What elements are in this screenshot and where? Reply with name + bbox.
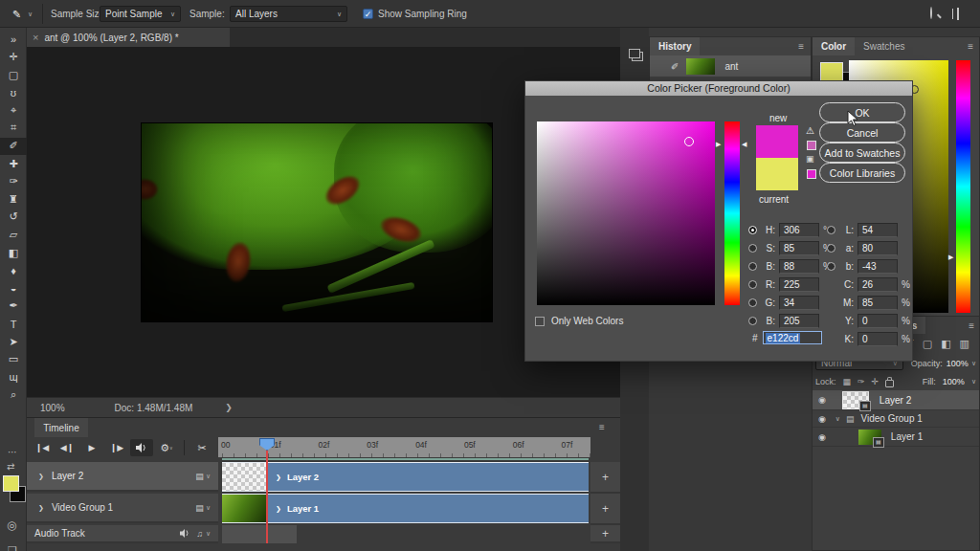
type-tool[interactable]: T — [0, 316, 27, 333]
collapse-toolbar[interactable]: » — [0, 31, 27, 48]
show-sampling-ring-checkbox[interactable]: ✓ — [363, 9, 373, 19]
timeline-settings-button[interactable]: ⚙∨ — [155, 439, 178, 456]
field-input[interactable]: 88 — [779, 259, 819, 274]
lock-move-icon[interactable]: ✛ — [872, 377, 880, 386]
chevron-down-icon[interactable]: ∨ — [206, 473, 211, 480]
layers-panel-menu-icon[interactable]: ≡ — [969, 320, 974, 331]
shape-tool[interactable]: ▭ — [0, 351, 27, 368]
field-input[interactable]: -43 — [858, 259, 898, 274]
chevron-down-icon[interactable]: ∨ — [971, 378, 976, 386]
field-radio[interactable] — [827, 244, 835, 253]
foreground-color-swatch[interactable] — [3, 475, 19, 492]
add-audio-button[interactable]: + — [590, 525, 620, 543]
zoom-level[interactable]: 100% — [40, 403, 65, 413]
layer-row-video-group1[interactable]: ◉ ∨ ▤ Video Group 1 — [813, 410, 979, 428]
quick-mask-icon[interactable]: ◎ — [7, 518, 16, 532]
search-icon[interactable] — [930, 7, 932, 19]
field-radio[interactable] — [748, 280, 757, 289]
eyedropper-tool[interactable]: ✐ — [0, 138, 27, 155]
timeline-tab[interactable]: Timeline — [34, 418, 88, 437]
timeline-panel-menu-icon[interactable]: ≡ — [599, 422, 605, 432]
field-radio[interactable] — [748, 262, 757, 271]
history-brush-icon[interactable]: ✐ — [671, 61, 679, 72]
track-header-video-group1[interactable]: ❯ Video Group 1 ▤ ∨ — [27, 494, 218, 523]
field-input[interactable]: 85 — [779, 241, 819, 255]
zoom-tool[interactable]: ⌕ — [0, 386, 27, 404]
color-field-marker[interactable] — [684, 137, 694, 146]
color-tab[interactable]: Color — [813, 37, 855, 55]
field-radio[interactable] — [748, 298, 757, 307]
eye-icon[interactable]: ◉ — [818, 432, 826, 442]
ok-button[interactable]: OK — [819, 102, 905, 122]
field-input[interactable]: 225 — [779, 277, 819, 292]
filter-shape-icon[interactable]: ▢ — [923, 338, 932, 350]
tool-preset-chevron-icon[interactable]: ∨ — [28, 11, 33, 18]
dodge-tool[interactable]: ◒ — [0, 279, 27, 297]
color-libraries-button[interactable]: Color Libraries — [819, 163, 905, 183]
field-input[interactable]: 34 — [779, 296, 819, 310]
web-color-swatch[interactable] — [807, 169, 816, 179]
gradient-tool[interactable]: ◧ — [0, 244, 27, 261]
eyedropper-tool-icon[interactable]: ✐ — [10, 10, 22, 18]
eye-icon[interactable]: ◉ — [818, 395, 826, 405]
opacity-value[interactable]: 100% — [947, 359, 969, 368]
track-header-layer2[interactable]: ❯ Layer 2 ▤ ∨ — [27, 462, 218, 492]
layer-thumbnail[interactable]: ▤ — [858, 430, 881, 445]
field-radio[interactable] — [827, 262, 835, 271]
field-radio[interactable] — [748, 226, 757, 234]
next-frame-button[interactable]: ❙▶ — [105, 439, 128, 456]
lock-all-icon[interactable] — [885, 380, 894, 387]
field-radio[interactable] — [748, 317, 757, 325]
chevron-down-icon[interactable]: ∨ — [206, 504, 211, 512]
field-input[interactable]: 205 — [779, 314, 819, 328]
film-icon[interactable]: ▤ — [195, 472, 204, 481]
chevron-right-icon[interactable]: ❯ — [276, 505, 281, 513]
saturation-brightness-field[interactable] — [537, 121, 715, 305]
go-to-first-frame-button[interactable]: ❙◀ — [31, 439, 54, 456]
swatches-tab[interactable]: Swatches — [855, 37, 913, 55]
collapse-panel-icon[interactable] — [629, 49, 640, 58]
add-media-button[interactable]: + — [590, 462, 620, 494]
dialog-title[interactable]: Color Picker (Foreground Color) — [525, 81, 912, 96]
chevron-down-icon[interactable]: ∨ — [835, 415, 840, 423]
film-icon[interactable]: ▤ — [195, 503, 204, 513]
track-header-audio[interactable]: Audio Track ♫ ∨ — [27, 525, 218, 543]
swap-colors-icon[interactable]: ⇄ — [7, 461, 14, 472]
chevron-right-icon[interactable]: ❯ — [38, 504, 44, 512]
chevron-right-icon[interactable]: ❯ — [38, 473, 44, 480]
add-media-button[interactable]: + — [590, 494, 620, 525]
quick-selection-tool[interactable]: ⌖ — [0, 101, 27, 119]
speaker-icon[interactable] — [180, 529, 190, 538]
chevron-down-icon[interactable]: ∨ — [971, 360, 976, 367]
split-clip-button[interactable]: ✂ — [190, 439, 213, 456]
path-selection-tool[interactable]: ➤ — [0, 333, 27, 350]
gamut-color-swatch[interactable] — [807, 141, 816, 150]
sample-dropdown[interactable]: All Layers ∨ — [230, 6, 347, 22]
chevron-down-icon[interactable]: ∨ — [206, 530, 211, 538]
field-input[interactable]: 0 — [858, 332, 898, 346]
eraser-tool[interactable]: ▱ — [0, 227, 27, 244]
history-item[interactable]: ✐ ant — [650, 55, 811, 77]
sample-size-dropdown[interactable]: Point Sample ∨ — [100, 6, 181, 22]
hue-slider-marker-left[interactable]: ▶ — [716, 141, 721, 148]
color-panel-menu-icon[interactable]: ≡ — [968, 41, 973, 52]
chevron-right-icon[interactable]: ❯ — [276, 474, 281, 481]
document-tab[interactable]: × ant @ 100% (Layer 2, RGB/8) * — [27, 28, 230, 47]
only-web-colors-checkbox[interactable] — [535, 317, 545, 326]
blur-tool[interactable]: ♦ — [0, 262, 27, 279]
field-input[interactable]: 54 — [858, 223, 898, 237]
fill-value[interactable]: 100% — [943, 377, 965, 386]
mute-audio-button[interactable] — [130, 439, 153, 456]
lock-paint-icon[interactable]: ✑ — [858, 377, 865, 386]
statusbar-chevron-icon[interactable]: ❯ — [225, 403, 233, 412]
clone-stamp-tool[interactable]: ♜ — [0, 190, 27, 208]
gamut-warning-icon[interactable]: ⚠ — [806, 125, 814, 136]
history-brush-tool[interactable]: ↺ — [0, 209, 27, 226]
field-input[interactable]: 0 — [858, 314, 898, 328]
layer-thumbnail[interactable]: ▤ — [843, 392, 868, 408]
edit-toolbar-icon[interactable]: ⋯ — [8, 447, 17, 457]
clip-layer2[interactable]: ❯ Layer 2 — [222, 462, 589, 492]
field-radio[interactable] — [748, 244, 757, 253]
current-color-swatch[interactable] — [756, 158, 798, 190]
screen-mode-icon[interactable]: ❏ — [8, 544, 17, 551]
